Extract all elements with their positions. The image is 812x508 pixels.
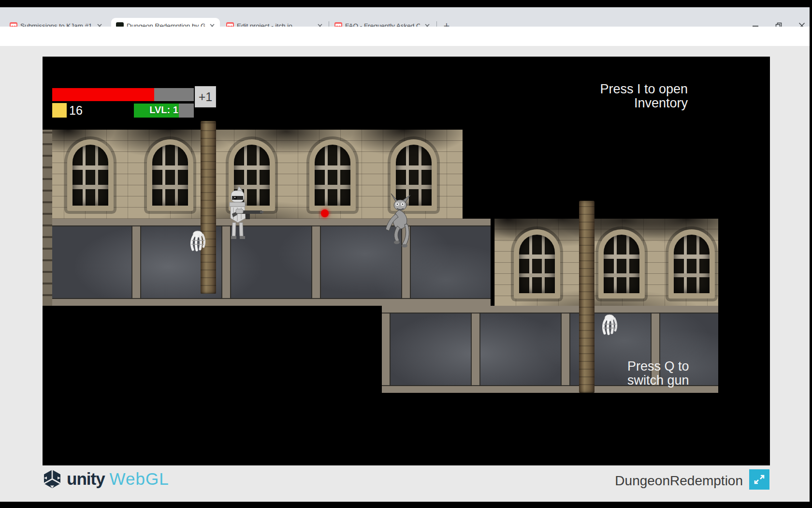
right-black-strip [810, 0, 812, 508]
arched-window [668, 229, 715, 299]
level-label: LVL: 1 [134, 105, 194, 116]
health-bar-fill [52, 88, 154, 101]
unity-footer: unity WebGL DungeonRedemption [43, 465, 770, 502]
arched-window [598, 229, 645, 299]
white-claw-sprite [599, 314, 619, 336]
browser-toolbar: giac.itch.io/dungeon-redemption ☆ D [0, 27, 810, 46]
arched-window [67, 139, 114, 211]
stone-edge-column [43, 130, 52, 306]
red-bullet-sprite [321, 209, 329, 217]
arched-window [309, 139, 356, 211]
coin-icon [52, 103, 67, 118]
webgl-wordmark: WebGL [110, 469, 169, 489]
coin-count: 16 [69, 104, 83, 118]
inventory-hint: Press I to open Inventory [600, 82, 688, 110]
arched-window [147, 139, 193, 211]
health-bar [52, 88, 194, 101]
screen: Submissions to KJam #1 - itch.io Dungeon… [0, 0, 812, 508]
unity-webgl-logo: unity WebGL [43, 469, 169, 489]
itch-page: +1 16 LVL: 1 Press I to open Inventory P… [0, 46, 810, 502]
game-title: DungeonRedemption [615, 473, 743, 489]
white-claw-sprite [188, 230, 207, 252]
wooden-beam [579, 201, 594, 393]
goblin-enemy-sprite [384, 194, 417, 248]
arched-window [514, 229, 560, 299]
bottom-black-strip [0, 502, 812, 508]
knight-player-sprite [218, 186, 263, 242]
unity-cube-icon [43, 469, 62, 489]
fullscreen-button[interactable] [749, 469, 769, 490]
dungeon-panels-left [43, 219, 491, 306]
tab-bar: Submissions to KJam #1 - itch.io Dungeon… [0, 7, 810, 27]
wooden-beam [201, 121, 216, 294]
top-black-strip [0, 0, 812, 7]
fullscreen-arrows-icon [753, 473, 766, 486]
switch-gun-hint: Press Q to switch gun [627, 359, 689, 388]
health-upgrade-button[interactable]: +1 [195, 86, 216, 107]
game-canvas[interactable]: +1 16 LVL: 1 Press I to open Inventory P… [43, 57, 770, 465]
unity-wordmark: unity [67, 469, 105, 489]
